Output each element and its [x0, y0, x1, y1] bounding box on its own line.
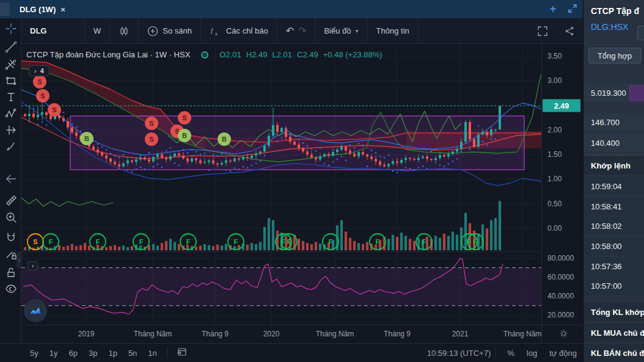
hide-all-eye-tool[interactable]	[0, 280, 21, 297]
xabcd-pattern-tool-icon	[4, 107, 18, 120]
text-tool[interactable]	[0, 89, 21, 105]
market-info-panel: CTCP Tập đ DLG:HSX Tổng hợp 5.019.300146…	[583, 0, 644, 362]
price-tick-label: 1.50	[547, 150, 562, 159]
symbol-search-button[interactable]: DLG	[21, 18, 85, 43]
green-wiggle-low	[21, 198, 113, 206]
range-button-5n[interactable]: 5n	[123, 349, 142, 358]
go-to-date-button[interactable]	[177, 347, 187, 358]
symbol-label: DLG	[30, 26, 46, 35]
axis-settings-gear-icon[interactable]	[559, 329, 568, 340]
trade-time-row[interactable]: 10:58:41	[584, 197, 644, 215]
price-tick-label: 0.50	[547, 200, 562, 208]
rsi-tick-label: 40.0000	[547, 292, 574, 300]
price-chart-canvas[interactable]: SSSSSSSBBBSFFFFFFFFFFFF	[21, 44, 541, 325]
crosshair-tool[interactable]	[0, 20, 21, 37]
indicators-button[interactable]: f x Các chỉ báo	[201, 18, 277, 43]
magnet-tool[interactable]	[0, 229, 21, 245]
time-axis[interactable]: 2019Tháng NămTháng 92020Tháng NămTháng 9…	[21, 325, 583, 343]
svg-text:x: x	[215, 31, 218, 37]
scale-mode-tự-động[interactable]: tự động	[543, 349, 583, 358]
rsi-tick-label: 20.0000	[547, 311, 574, 319]
svg-text:f: f	[211, 27, 214, 34]
panel-value-row: 140.400	[584, 134, 644, 152]
ruler-tool[interactable]	[0, 192, 21, 208]
price-axis[interactable]: 3.503.002.502.001.501.000.500.0080.00006…	[541, 44, 583, 325]
zoom-in-tool[interactable]	[0, 209, 21, 225]
brush-tool[interactable]	[0, 138, 21, 154]
chart-toolbar: DLG W So sánh f x Các chỉ báo	[21, 18, 583, 44]
share-button[interactable]	[556, 18, 583, 43]
add-tab-button[interactable]: +	[544, 2, 562, 16]
svg-text:F: F	[287, 238, 291, 245]
range-button-6p[interactable]: 6p	[63, 349, 82, 358]
chevron-right-icon: ›	[34, 67, 37, 74]
ohlc-value: L2.01	[272, 50, 292, 59]
chart-tab-dlg[interactable]: DLG (1W) ×	[13, 0, 71, 18]
range-button-1y[interactable]: 1y	[44, 349, 64, 358]
expand-window-icon[interactable]	[562, 4, 583, 15]
undo-redo-group: ↶ ↷	[277, 18, 316, 43]
ohlc-value: +0.48 (+23.88%)	[323, 50, 382, 59]
ruler-tool-icon	[4, 194, 18, 207]
tab-bar: DLG (1W) × +	[0, 0, 583, 18]
summary-tab-button[interactable]: Tổng hợp	[588, 48, 641, 63]
chart-legend: CTCP Tập đoàn Đức Long Gia Lai · 1W · HS…	[26, 50, 387, 59]
plus-circle-icon	[147, 26, 158, 37]
rsi-tick-label: 80.0000	[547, 254, 574, 262]
range-button-3p[interactable]: 3p	[83, 349, 103, 358]
svg-text:F: F	[329, 238, 333, 245]
chart-menu-label: Biểu đồ	[324, 26, 351, 35]
undo-icon[interactable]: ↶	[286, 25, 294, 37]
scale-mode-log[interactable]: log	[521, 349, 543, 358]
compare-button[interactable]: So sánh	[139, 18, 201, 43]
range-button-5y[interactable]: 5y	[24, 349, 44, 358]
time-tick-label: 2020	[263, 330, 280, 338]
arrow-left-tool[interactable]	[0, 170, 21, 187]
legend-source-dot-icon[interactable]	[201, 51, 208, 59]
svg-text:F: F	[422, 238, 426, 245]
svg-text:B: B	[222, 136, 227, 143]
svg-text:F: F	[186, 238, 191, 245]
panel-symbol-link[interactable]: DLG:HSX	[584, 16, 644, 32]
chart-style-button[interactable]	[110, 18, 139, 43]
fullscreen-button[interactable]	[529, 18, 556, 43]
chevron-right-icon: ›	[32, 262, 34, 269]
trendline-tool[interactable]	[0, 38, 21, 55]
range-button-1n[interactable]: 1n	[142, 349, 162, 358]
object-tree-chip[interactable]: › 4	[29, 65, 49, 76]
share-icon	[565, 26, 574, 36]
price-tick-label: 2.00	[547, 126, 562, 134]
legend-symbol-text[interactable]: CTCP Tập đoàn Đức Long Gia Lai · 1W · HS…	[26, 50, 190, 59]
chart-menu-button[interactable]: Biểu đồ ▾	[315, 18, 367, 43]
workspace-icon[interactable]	[0, 2, 10, 16]
trade-time-row[interactable]: 10:58:02	[584, 217, 644, 235]
legend-ohlc-values: O2.01H2.49L2.01C2.49+0.48 (+23.88%)	[219, 50, 387, 59]
tab-title: DLG (1W)	[20, 5, 56, 14]
prediction-tool[interactable]	[0, 121, 21, 138]
mountain-chart-icon	[29, 304, 42, 317]
time-tick-label: 2021	[452, 330, 469, 338]
redo-icon[interactable]: ↷	[298, 25, 306, 37]
tab-close-icon[interactable]: ×	[60, 5, 65, 14]
trade-time-row[interactable]: 10:57:36	[584, 257, 644, 275]
pitchfork-tool[interactable]	[0, 56, 21, 72]
rsi-pane-chip[interactable]: ›	[27, 261, 38, 270]
svg-text:S: S	[149, 120, 153, 127]
shapes-rectangle-tool[interactable]	[0, 72, 21, 89]
volume-highlight-cell	[629, 85, 644, 101]
range-button-1p[interactable]: 1p	[103, 349, 122, 358]
info-button[interactable]: Thông tin	[368, 18, 419, 43]
interval-button[interactable]: W	[85, 18, 110, 43]
trade-time-row[interactable]: 10:57:00	[584, 277, 644, 295]
panel-dashed-divider	[586, 154, 642, 155]
panel-cropped-button[interactable]	[637, 26, 644, 40]
xabcd-pattern-tool[interactable]	[0, 105, 21, 121]
shapes-rectangle-tool-icon	[4, 74, 18, 87]
scale-mode-buttons: %logtự động	[501, 349, 583, 358]
scale-mode-%[interactable]: %	[501, 349, 521, 358]
panel-footer-row: Tổng KL khớp	[584, 303, 644, 321]
session-clock[interactable]: 10:59:13 (UTC+7)	[427, 349, 491, 358]
chart-area[interactable]: SSSSSSSBBBSFFFFFFFFFFFF CTCP Tập đoàn Đứ…	[21, 44, 541, 325]
trade-time-row[interactable]: 10:58:00	[584, 237, 644, 255]
trade-time-row[interactable]: 10:59:04	[584, 177, 644, 195]
